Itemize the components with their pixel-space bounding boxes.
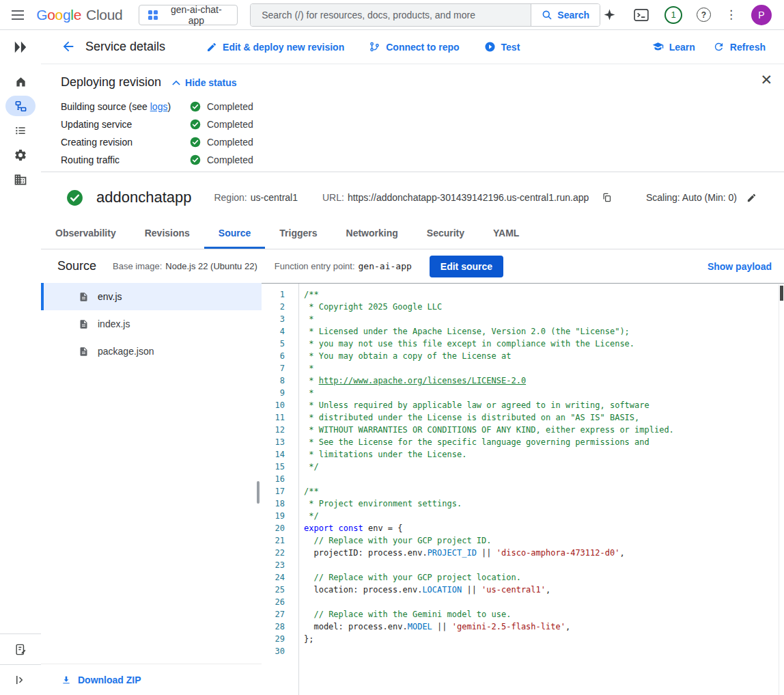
code-line: */ [304,510,784,522]
code-gutter: 1234567891011121314151617181920212223242… [262,284,298,695]
play-circle-icon [484,41,496,53]
page-header: Service details Edit & deploy new revisi… [41,30,784,64]
file-name: env.js [98,291,122,302]
line-number: 17 [262,485,285,498]
code-editor[interactable]: 1234567891011121314151617181920212223242… [262,283,784,695]
tab-networking[interactable]: Networking [332,219,412,249]
line-number: 8 [262,374,285,387]
code-line: // Replace with the Gemini model to use. [304,608,784,621]
show-payload-link[interactable]: Show payload [708,261,772,272]
service-scaling: Scaling: Auto (Min: 0) [646,192,757,203]
search-button[interactable]: Search [531,4,600,26]
service-region: Region: us-central1 [214,192,298,203]
building-icon [14,173,27,187]
topbar-right: 1 ? ⋮ P [600,5,774,25]
line-number: 20 [262,522,285,534]
close-panel-icon[interactable]: ✕ [760,72,772,87]
code-line: * limitations under the License. [304,448,784,461]
deploy-step: Updating serviceCompleted [41,115,784,133]
hide-status-button[interactable]: Hide status [172,77,236,88]
code-line: // Replace with your GCP project ID. [304,534,784,547]
service-status-icon [66,189,83,206]
services-icon [14,100,27,113]
file-tree-scrollbar[interactable] [257,481,260,504]
header-right: Learn Refresh [652,41,766,53]
code-line: model: process.env.MODEL || 'gemini-2.5-… [304,621,784,633]
collapse-rail-icon[interactable] [0,665,41,695]
test-button[interactable]: Test [484,41,520,53]
gemini-icon[interactable] [600,6,618,24]
code-line: */ [304,461,784,473]
code-line [304,473,784,485]
learn-button[interactable]: Learn [652,41,695,53]
step-status: Completed [190,137,253,148]
release-notes-icon[interactable] [0,634,41,664]
line-number: 18 [262,498,285,510]
code-line: // Replace with your GCP project locatio… [304,571,784,584]
line-number: 5 [262,338,285,350]
chevron-up-icon [172,80,180,85]
code-line: * Project environment settings. [304,498,784,510]
help-icon[interactable]: ? [697,8,711,22]
rail-item-services[interactable] [0,94,41,118]
refresh-button[interactable]: Refresh [713,41,766,53]
file-tree-list: env.jsindex.jspackage.json [41,283,262,365]
source-title: Source [57,259,96,273]
gear-icon [14,148,27,162]
service-url: URL: https://addonchatapp-301439142196.u… [322,192,612,203]
line-number: 14 [262,448,285,461]
code-line: * [304,387,784,399]
edit-scaling-icon[interactable] [746,193,757,203]
tab-triggers[interactable]: Triggers [265,219,331,249]
connect-repo-button[interactable]: Connect to repo [369,41,459,53]
line-number: 15 [262,461,285,473]
edit-deploy-button[interactable]: Edit & deploy new revision [206,41,344,53]
back-button[interactable] [61,39,77,55]
rail-item-domains[interactable] [0,167,41,192]
cloud-shell-icon[interactable] [632,6,650,24]
tab-source[interactable]: Source [204,219,265,249]
avatar[interactable]: P [751,5,772,25]
line-number: 7 [262,362,285,374]
tab-revisions[interactable]: Revisions [130,219,204,249]
menu-icon[interactable] [10,7,25,23]
line-number: 23 [262,559,285,571]
rail-item-jobs[interactable] [0,118,41,143]
tab-yaml[interactable]: YAML [479,219,533,249]
scaling-label: Scaling: Auto (Min: 0) [646,192,737,203]
project-selector[interactable]: gen-ai-chat-app [139,5,238,25]
download-zip-button[interactable]: Download ZIP [41,664,262,695]
copy-url-icon[interactable] [602,192,612,203]
editor-scrollbar-thumb[interactable] [780,286,783,301]
trial-status-badge[interactable]: 1 [664,6,682,24]
refresh-icon [713,41,725,53]
line-number: 26 [262,596,285,608]
tab-observability[interactable]: Observability [41,219,130,249]
file-env.js[interactable]: env.js [41,283,262,310]
search-input[interactable] [251,4,531,26]
services-active-pill [5,96,36,116]
header-actions: Edit & deploy new revision Connect to re… [206,41,520,53]
line-number: 30 [262,645,285,657]
tab-security[interactable]: Security [412,219,479,249]
code-line: * you may not use this file except in co… [304,338,784,350]
line-number: 29 [262,633,285,645]
line-number: 22 [262,547,285,559]
editor-scrollbar[interactable] [779,284,784,695]
rail-item-home[interactable] [0,69,41,94]
line-number: 21 [262,534,285,547]
file-package.json[interactable]: package.json [41,338,262,365]
learn-icon [652,41,664,53]
more-options-icon[interactable]: ⋮ [725,9,737,21]
line-number: 16 [262,473,285,485]
deploy-step: Routing trafficCompleted [41,151,784,169]
line-number: 24 [262,571,285,584]
line-number: 3 [262,313,285,325]
code-line: * [304,313,784,325]
file-index.js[interactable]: index.js [41,310,262,338]
rail-item-integrations[interactable] [0,143,41,167]
logs-link[interactable]: logs [150,101,168,112]
edit-source-button[interactable]: Edit source [430,256,503,277]
code-line [304,596,784,608]
code-line: * Licensed under the Apache License, Ver… [304,325,784,338]
